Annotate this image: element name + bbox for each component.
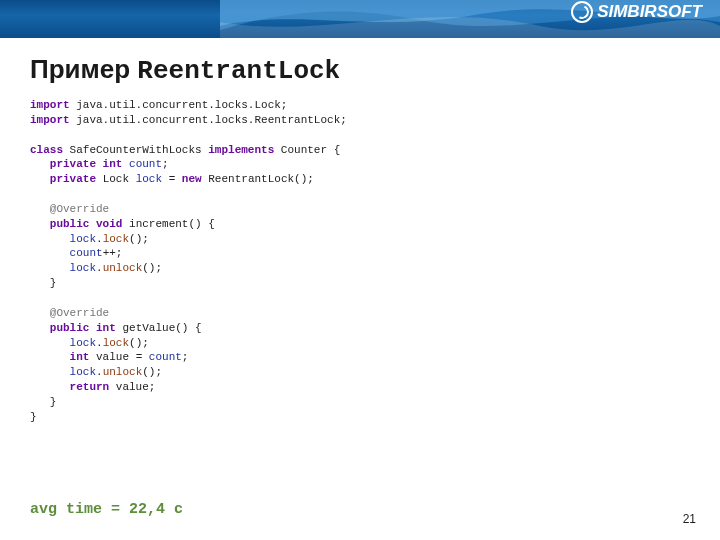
page-number: 21: [683, 512, 696, 526]
code-block: import java.util.concurrent.locks.Lock; …: [30, 98, 690, 425]
slide: SIMBIRSOFT Пример ReentrantLock import j…: [0, 0, 720, 540]
brand-logo: SIMBIRSOFT: [571, 1, 702, 23]
brand-ring-icon: [571, 1, 593, 23]
brand-text: SIMBIRSOFT: [597, 2, 702, 22]
slide-title: Пример ReentrantLock: [30, 54, 340, 86]
footer-timing: avg time = 22,4 с: [30, 501, 183, 518]
header-band: SIMBIRSOFT: [0, 0, 720, 38]
